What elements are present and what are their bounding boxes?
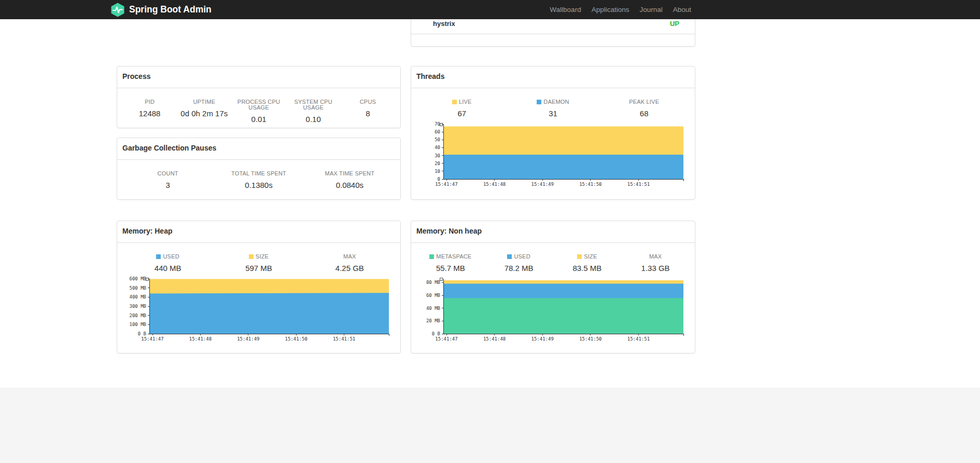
- threads-panel-title: Threads: [411, 66, 695, 88]
- svg-text:60: 60: [435, 129, 440, 134]
- brand-title: Spring Boot Admin: [129, 4, 212, 15]
- heap-panel-title: Memory: Heap: [117, 221, 400, 243]
- svg-text:15:41:51: 15:41:51: [333, 336, 355, 342]
- navbar-menu: Wallboard Applications Journal About: [544, 1, 696, 18]
- svg-text:15:41:50: 15:41:50: [285, 336, 307, 342]
- process-panel-title: Process: [117, 66, 400, 88]
- svg-text:15:41:47: 15:41:47: [435, 336, 457, 342]
- legend-live-swatch: [452, 100, 457, 104]
- stat-value: 597 MB: [213, 264, 304, 273]
- status-up-badge: UP: [670, 20, 679, 28]
- stat-pid: PID 12488: [122, 99, 177, 124]
- legend-metaspace-swatch: [429, 254, 434, 259]
- stat-value: 0d 0h 2m 17s: [177, 109, 231, 118]
- svg-text:300 MB: 300 MB: [129, 304, 146, 309]
- svg-text:0 B: 0 B: [432, 331, 440, 336]
- legend-used-swatch: [507, 254, 512, 259]
- stat-label: CPUS: [360, 99, 376, 105]
- legend-daemon-swatch: [537, 100, 541, 104]
- stat-value: 0.10: [286, 115, 341, 124]
- svg-text:200 MB: 200 MB: [129, 313, 146, 318]
- navbar-container: Spring Boot Admin Wallboard Applications…: [111, 0, 696, 19]
- svg-text:50: 50: [435, 137, 440, 142]
- stat-label: LIVE: [459, 99, 472, 105]
- navbar: Spring Boot Admin Wallboard Applications…: [0, 0, 980, 19]
- svg-text:500 MB: 500 MB: [129, 285, 146, 291]
- stat-label: METASPACE: [436, 254, 471, 260]
- gc-stats: COUNT 3 TOTAL TIME SPENT 0.1380s MAX TIM…: [117, 160, 400, 190]
- svg-text:15:41:50: 15:41:50: [579, 182, 601, 187]
- svg-text:15:41:49: 15:41:49: [237, 336, 259, 342]
- stat-value: 55.7 MB: [416, 264, 485, 273]
- stat-label: USED: [163, 254, 179, 260]
- stat-cpus: CPUS 8: [341, 99, 395, 124]
- stat-label: TOTAL TIME SPENT: [231, 171, 286, 176]
- stat-value: 440 MB: [122, 264, 213, 273]
- threads-panel: Threads LIVE 67 DAEMON 31 PEAK LIVE 68 0…: [411, 66, 695, 200]
- brand-home-link[interactable]: Spring Boot Admin: [111, 3, 212, 17]
- svg-text:15:41:51: 15:41:51: [627, 336, 650, 342]
- legend-used-swatch: [156, 254, 161, 259]
- memory-nonheap-chart: 0 B20 MB40 MB60 MB80 MB15:41:4715:41:481…: [416, 276, 690, 343]
- svg-text:15:41:49: 15:41:49: [531, 182, 554, 187]
- svg-text:100 MB: 100 MB: [129, 322, 146, 327]
- stat-label: SIZE: [256, 254, 269, 260]
- stat-label: DAEMON: [543, 99, 569, 105]
- svg-text:10: 10: [435, 169, 440, 174]
- stat-value: 78.2 MB: [485, 264, 553, 273]
- nav-item-about[interactable]: About: [668, 1, 696, 18]
- stat-metaspace: METASPACE 55.7 MB: [416, 254, 485, 273]
- stat-heap-size: SIZE 597 MB: [213, 254, 304, 273]
- stat-value: 3: [122, 181, 213, 190]
- svg-text:15:41:47: 15:41:47: [435, 182, 457, 187]
- svg-text:70: 70: [435, 121, 440, 127]
- garbage-collection-panel: Garbage Collection Pauses COUNT 3 TOTAL …: [117, 138, 401, 200]
- stat-label: SYSTEM CPU USAGE: [286, 99, 341, 111]
- svg-text:15:41:47: 15:41:47: [141, 336, 163, 342]
- stat-label: PROCESS CPU USAGE: [231, 99, 286, 111]
- stat-value: 31: [508, 109, 599, 118]
- stat-label: USED: [514, 254, 530, 260]
- stat-value: 12488: [122, 109, 177, 118]
- heap-stats: USED 440 MB SIZE 597 MB MAX 4.25 GB: [117, 243, 400, 273]
- svg-text:15:41:48: 15:41:48: [189, 336, 212, 342]
- legend-size-swatch: [249, 254, 254, 259]
- stat-label: PEAK LIVE: [629, 99, 659, 105]
- svg-text:80 MB: 80 MB: [426, 280, 440, 285]
- svg-text:15:41:51: 15:41:51: [627, 182, 650, 187]
- stat-max-time-spent: MAX TIME SPENT 0.0840s: [304, 171, 395, 190]
- threads-stats: LIVE 67 DAEMON 31 PEAK LIVE 68: [411, 88, 695, 118]
- memory-heap-panel: Memory: Heap USED 440 MB SIZE 597 MB MAX…: [117, 221, 401, 353]
- stat-uptime: UPTIME 0d 0h 2m 17s: [177, 99, 231, 124]
- stat-label: MAX: [649, 254, 662, 260]
- svg-text:20: 20: [435, 161, 440, 166]
- nav-item-applications[interactable]: Applications: [586, 1, 635, 18]
- stat-value: 67: [416, 109, 508, 118]
- spring-boot-admin-logo-icon: [111, 3, 124, 17]
- stat-label: SIZE: [584, 254, 597, 260]
- left-column: Process PID 12488 UPTIME 0d 0h 2m 17s PR…: [117, 19, 401, 353]
- nonheap-stats: METASPACE 55.7 MB USED 78.2 MB SIZE 83.5…: [411, 243, 695, 273]
- stat-label: MAX: [343, 254, 356, 260]
- stat-label: UPTIME: [193, 99, 215, 105]
- svg-text:40: 40: [435, 145, 440, 150]
- stat-process-cpu-usage: PROCESS CPU USAGE 0.01: [231, 99, 286, 124]
- stat-nonheap-size: SIZE 83.5 MB: [553, 254, 622, 273]
- nav-item-journal[interactable]: Journal: [634, 1, 667, 18]
- memory-nonheap-panel: Memory: Non heap METASPACE 55.7 MB USED …: [411, 221, 695, 353]
- memory-heap-chart: 0 B100 MB200 MB300 MB400 MB500 MB600 MB1…: [122, 276, 395, 343]
- svg-text:30: 30: [435, 153, 440, 158]
- stat-live: LIVE 67: [416, 99, 508, 118]
- svg-text:400 MB: 400 MB: [129, 294, 146, 299]
- right-column: hystrix UP Threads LIVE 67 DAEMON 31 PEA…: [411, 19, 695, 353]
- stat-label: PID: [145, 99, 155, 105]
- stat-total-time-spent: TOTAL TIME SPENT 0.1380s: [213, 171, 304, 190]
- svg-text:15:41:50: 15:41:50: [579, 336, 601, 342]
- nav-item-wallboard[interactable]: Wallboard: [544, 1, 586, 18]
- stat-label: MAX TIME SPENT: [325, 171, 375, 176]
- nonheap-panel-title: Memory: Non heap: [411, 221, 695, 243]
- threads-chart: 01020304050607015:41:4715:41:4815:41:491…: [416, 121, 690, 188]
- page-background-bottom: [0, 388, 980, 463]
- svg-text:600 MB: 600 MB: [129, 276, 146, 281]
- stat-nonheap-used: USED 78.2 MB: [485, 254, 553, 273]
